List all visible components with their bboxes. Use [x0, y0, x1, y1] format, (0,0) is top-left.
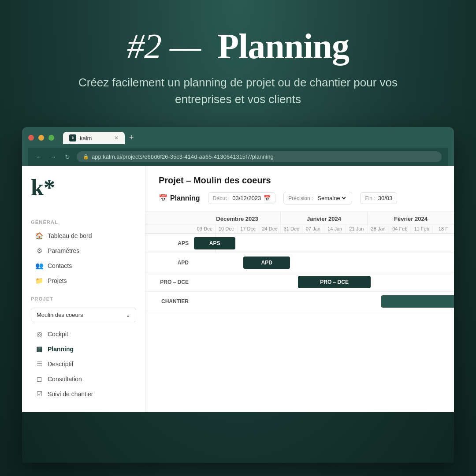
week-07jan: 07 Jan [302, 224, 324, 233]
url-text: app.kalm.ai/projects/e6bd6f26-35c3-414d-… [92, 153, 274, 160]
planning-icon: ▦ [35, 345, 43, 353]
row-track-aps: APS [194, 234, 454, 253]
sidebar-item-label: Contacts [48, 262, 72, 269]
gear-icon: ⚙ [35, 247, 43, 255]
sidebar-item-label: Descriptif [48, 361, 73, 368]
precision-select[interactable]: Semaine Mois Jour [316, 194, 347, 202]
month-dec: Décembre 2023 [194, 212, 281, 224]
gantt-row-chantier: CHANTIER [145, 292, 454, 311]
calendar-icon: 📅 [159, 194, 167, 202]
tab-bar: k kalm ✕ + [63, 131, 448, 144]
sidebar-item-consultation[interactable]: ◻ Consultation [31, 372, 136, 387]
general-section-label: GÉNÉRAL [31, 219, 136, 225]
tab-title: kalm [80, 135, 92, 141]
main-area: Projet – Moulin des coeurs 📅 Planning Dé… [145, 166, 454, 412]
browser-tab[interactable]: k kalm ✕ [63, 132, 125, 144]
week-11feb: 11 Feb [411, 224, 433, 233]
sidebar-item-descriptif[interactable]: ☰ Descriptif [31, 357, 136, 372]
dot-green[interactable] [48, 135, 54, 141]
page-container: #2 — Planning Créez facilement un planni… [0, 0, 476, 476]
gantt-area: Décembre 2023 Janvier 2024 Février 2024 … [145, 212, 454, 412]
precision-field[interactable]: Précision : Semaine Mois Jour [283, 192, 352, 205]
sidebar-item-label: Cockpit [48, 331, 68, 338]
dot-red[interactable] [28, 135, 34, 141]
bar-apd: APD [243, 257, 290, 269]
sidebar-item-label: Tableau de bord [48, 232, 92, 239]
week-31dec: 31 Dec [281, 224, 302, 233]
browser-address-bar: ← → ↻ 🔒 app.kalm.ai/projects/e6bd6f26-35… [28, 148, 448, 166]
main-header: Projet – Moulin des coeurs 📅 Planning Dé… [145, 166, 454, 212]
hero-main-word: Planning [217, 27, 349, 66]
sidebar-item-label: Suivi de chantier [48, 390, 93, 398]
project-selector[interactable]: Moulin des coeurs ⌄ [31, 308, 136, 322]
project-section-label: PROJET [31, 296, 136, 301]
descriptif-icon: ☰ [35, 360, 43, 368]
back-button[interactable]: ← [34, 153, 44, 160]
url-bar[interactable]: 🔒 app.kalm.ai/projects/e6bd6f26-35c3-414… [77, 151, 442, 162]
hero-number: #2 — [127, 27, 201, 66]
planning-text: Planning [170, 194, 200, 202]
debut-value: 03/12/2023 [232, 195, 261, 201]
week-18feb: 18 F [433, 224, 454, 233]
row-label-apd: APD [145, 260, 194, 266]
home-icon: 🏠 [35, 232, 43, 240]
browser-dots-row: k kalm ✕ + [28, 131, 448, 144]
consultation-icon: ◻ [35, 375, 43, 383]
sidebar-item-label: Projets [48, 277, 67, 284]
fin-label: Fin : [365, 195, 375, 201]
row-track-pro-dce: PRO – DCE [194, 272, 454, 291]
suivi-icon: ☑ [35, 390, 43, 398]
week-10dec: 10 Dec [216, 224, 237, 233]
month-feb: Février 2024 [368, 212, 454, 224]
fin-value: 30/03 [378, 195, 393, 201]
project-title: Projet – Moulin des coeurs [159, 175, 441, 186]
new-tab-button[interactable]: + [126, 131, 138, 144]
week-04feb: 04 Feb [389, 224, 411, 233]
gantt-months: Décembre 2023 Janvier 2024 Février 2024 [145, 212, 454, 224]
row-track-chantier [194, 292, 454, 311]
sidebar-item-tableau-de-bord[interactable]: 🏠 Tableau de bord [31, 228, 136, 243]
sidebar-item-parametres[interactable]: ⚙ Paramètres [31, 243, 136, 258]
refresh-button[interactable]: ↻ [63, 153, 72, 160]
planning-section-label: 📅 Planning [159, 194, 200, 202]
week-28jan: 28 Jan [368, 224, 389, 233]
tab-favicon: k [69, 134, 76, 141]
sidebar-item-cockpit[interactable]: ◎ Cockpit [31, 327, 136, 342]
project-selector-label: Moulin des coeurs [37, 312, 83, 318]
debut-field[interactable]: Début : 03/12/2023 📅 [208, 192, 276, 204]
sidebar-item-label: Consultation [48, 376, 82, 383]
week-17dec: 17 Dec [238, 224, 259, 233]
sidebar-item-label: Planning [48, 346, 74, 353]
gantt-row-aps: APS APS [145, 234, 454, 253]
week-14jan: 14 Jan [324, 224, 346, 233]
calendar-icon-small: 📅 [264, 195, 271, 201]
sidebar-item-suivi-de-chantier[interactable]: ☑ Suivi de chantier [31, 387, 136, 402]
week-21jan: 21 Jan [346, 224, 368, 233]
sidebar-item-projets[interactable]: 📁 Projets [31, 273, 136, 288]
logo-area: k* [31, 176, 136, 199]
contacts-icon: 👥 [35, 262, 43, 270]
dot-yellow[interactable] [38, 135, 44, 141]
row-label-chantier: CHANTIER [145, 298, 194, 305]
row-label-pro-dce: PRO – DCE [145, 279, 194, 285]
precision-label: Précision : [288, 195, 313, 201]
row-label-aps: APS [145, 240, 194, 246]
sidebar-item-planning[interactable]: ▦ Planning [31, 342, 136, 357]
fin-field[interactable]: Fin : 30/03 [360, 192, 397, 204]
sidebar-item-contacts[interactable]: 👥 Contacts [31, 258, 136, 273]
gantt-weeks: 03 Dec 10 Dec 17 Dec 24 Dec 31 Dec 07 Ja… [145, 224, 454, 234]
bar-aps: APS [194, 237, 235, 249]
browser-mockup: k kalm ✕ + ← → ↻ 🔒 app.kalm.ai/projects/… [22, 127, 454, 463]
week-24dec: 24 Dec [259, 224, 281, 233]
folder-icon: 📁 [35, 277, 43, 285]
debut-label: Début : [213, 195, 230, 201]
app-content: k* GÉNÉRAL 🏠 Tableau de bord ⚙ Paramètre… [22, 166, 454, 412]
sidebar: k* GÉNÉRAL 🏠 Tableau de bord ⚙ Paramètre… [22, 166, 145, 412]
tab-close-button[interactable]: ✕ [114, 135, 119, 141]
planning-toolbar: 📅 Planning Début : 03/12/2023 📅 Précisio… [159, 192, 441, 205]
lock-icon: 🔒 [83, 154, 89, 160]
month-jan: Janvier 2024 [281, 212, 368, 224]
forward-button[interactable]: → [48, 153, 58, 160]
hero-subtitle: Créez facilement un planning de projet o… [57, 74, 419, 108]
sidebar-item-label: Paramètres [48, 247, 79, 254]
